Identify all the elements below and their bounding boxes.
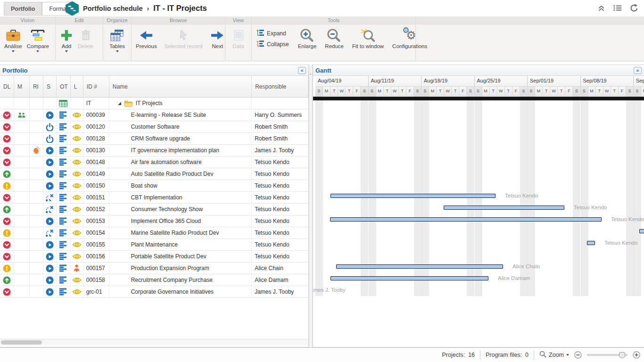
eye-icon[interactable] xyxy=(72,194,82,201)
play-circle-icon[interactable] xyxy=(46,253,54,261)
person-icon[interactable] xyxy=(73,264,80,272)
eye-icon[interactable] xyxy=(72,253,82,260)
gantt-task-bar[interactable] xyxy=(587,241,595,245)
chevron-down-circle-icon[interactable] xyxy=(3,217,11,225)
play-circle-icon[interactable] xyxy=(46,111,54,119)
project-summary-bar[interactable] xyxy=(313,97,644,100)
table-row[interactable]: 000149Auto Satellite Radio Product DevTe… xyxy=(0,168,308,180)
list-bars-icon[interactable] xyxy=(59,194,67,201)
table-row[interactable]: 000150Boat showTetsuo Kendo xyxy=(0,180,308,192)
expand-panel-button[interactable]: » xyxy=(634,67,642,74)
eye-icon[interactable] xyxy=(72,182,82,189)
eye-icon[interactable] xyxy=(72,112,82,118)
list-bars-icon[interactable] xyxy=(59,123,67,131)
eye-icon[interactable] xyxy=(72,147,82,154)
play-circle-icon[interactable] xyxy=(46,158,54,166)
eye-icon[interactable] xyxy=(72,288,82,295)
strategy-icon[interactable] xyxy=(45,194,54,202)
warning-circle-icon[interactable] xyxy=(3,264,11,272)
panel-splitter[interactable]: ‹ xyxy=(309,65,313,347)
collapse-button[interactable]: Collapse xyxy=(256,40,289,49)
zoom-slider[interactable] xyxy=(587,354,627,356)
list-bars-icon[interactable] xyxy=(59,182,67,189)
chevron-down-circle-icon[interactable] xyxy=(3,241,11,249)
fit-to-window-button[interactable]: Fit to window xyxy=(350,27,386,49)
play-circle-icon[interactable] xyxy=(46,264,54,272)
eye-icon[interactable] xyxy=(72,171,82,177)
tree-expand-caret-icon[interactable] xyxy=(118,102,121,105)
play-circle-icon[interactable] xyxy=(46,276,54,284)
zoom-in-button[interactable] xyxy=(633,351,640,359)
table-row[interactable]: 000154Marine Satellite Radio Product Dev… xyxy=(0,227,308,239)
eye-icon[interactable] xyxy=(72,241,82,248)
enlarge-button[interactable]: Enlarge xyxy=(296,27,319,49)
warning-circle-icon[interactable] xyxy=(3,229,11,237)
play-circle-icon[interactable] xyxy=(46,288,54,296)
chevron-down-circle-icon[interactable] xyxy=(3,135,11,143)
table-row[interactable]: 000153Implement Office 365 CloudTetsuo K… xyxy=(0,215,308,227)
chevron-down-circle-icon[interactable] xyxy=(3,253,11,261)
list-bars-icon[interactable] xyxy=(59,206,67,213)
list-bars-icon[interactable] xyxy=(59,229,67,237)
arrow-up-circle-icon[interactable] xyxy=(3,170,11,178)
eye-icon[interactable] xyxy=(72,230,82,236)
table-row[interactable]: 000120Customer SoftwareRobert Smith xyxy=(0,121,308,133)
power-icon[interactable] xyxy=(46,123,54,131)
eye-icon[interactable] xyxy=(72,218,82,224)
analyze-button[interactable]: Análise xyxy=(2,27,25,53)
balloon-icon[interactable] xyxy=(33,146,40,155)
table-row[interactable]: grc-01Corporate Governance InitiativesJa… xyxy=(0,286,308,298)
table-row[interactable]: 000155Plant MaintenanceTetsuo Kendo xyxy=(0,239,308,251)
zoom-slider-thumb[interactable] xyxy=(619,352,625,358)
table-row[interactable]: 000130IT governance implementation planJ… xyxy=(0,145,308,156)
eye-icon[interactable] xyxy=(72,206,82,213)
eye-icon[interactable] xyxy=(72,159,82,165)
play-circle-icon[interactable] xyxy=(46,241,54,249)
table-row[interactable]: 000158Recruitment Company PurchaseAlice … xyxy=(0,274,308,286)
chevron-down-circle-icon[interactable] xyxy=(3,288,11,296)
chevron-down-circle-icon[interactable] xyxy=(3,194,11,202)
scrollbar-thumb[interactable] xyxy=(1,340,42,345)
refresh-icon[interactable] xyxy=(630,4,638,12)
list-bars-icon[interactable] xyxy=(59,170,67,178)
power-icon[interactable] xyxy=(46,135,54,143)
splitter-handle-icon[interactable]: ‹ xyxy=(310,71,311,76)
table-row[interactable]: 000152Consumer Technology ShowTetsuo Ken… xyxy=(0,204,308,215)
list-bars-icon[interactable] xyxy=(59,276,67,284)
play-circle-icon[interactable] xyxy=(46,170,54,178)
strategy-icon[interactable] xyxy=(45,229,54,237)
table-row[interactable]: 000128CRM Software upgradeRobert Smith xyxy=(0,133,308,145)
collapse-ribbon-icon[interactable] xyxy=(597,5,605,12)
horizontal-scrollbar[interactable] xyxy=(0,339,308,345)
list-bars-icon[interactable] xyxy=(59,253,67,260)
table-row[interactable]: 000157Production Expansion ProgramAlice … xyxy=(0,263,308,274)
data-button[interactable]: Data xyxy=(230,27,248,49)
next-button[interactable]: Next xyxy=(207,27,227,49)
gantt-task-bar[interactable] xyxy=(444,206,564,210)
play-circle-icon[interactable] xyxy=(46,147,54,155)
chevron-down-circle-icon[interactable] xyxy=(3,158,11,166)
list-bars-icon[interactable] xyxy=(59,111,67,119)
list-bars-icon[interactable] xyxy=(59,217,67,225)
tables-button[interactable]: Tables xyxy=(107,27,127,53)
arrow-up-circle-icon[interactable] xyxy=(3,206,11,214)
zoom-dropdown[interactable]: Zoom xyxy=(539,351,569,359)
team-icon[interactable] xyxy=(17,112,26,118)
gantt-task-bar[interactable] xyxy=(330,217,602,222)
eye-icon[interactable] xyxy=(72,123,82,130)
strategy-icon[interactable] xyxy=(45,206,54,214)
table-row[interactable]: ITIT Projects xyxy=(0,98,308,109)
gantt-task-bar[interactable] xyxy=(330,194,495,198)
play-circle-icon[interactable] xyxy=(46,182,54,190)
previous-button[interactable]: Previous xyxy=(133,27,159,49)
arrow-up-circle-icon[interactable] xyxy=(3,276,11,284)
table-icon[interactable] xyxy=(59,100,67,107)
chevron-down-circle-icon[interactable] xyxy=(3,123,11,131)
breadcrumb-root[interactable]: Portfolio schedule xyxy=(83,5,143,12)
list-menu-icon[interactable] xyxy=(613,5,622,11)
list-bars-icon[interactable] xyxy=(59,158,67,166)
add-button[interactable]: Add xyxy=(58,27,75,53)
table-row[interactable]: 000151CBT ImplementationTetsuo Kendo xyxy=(0,192,308,204)
list-bars-icon[interactable] xyxy=(59,147,67,154)
eye-icon[interactable] xyxy=(72,277,82,283)
